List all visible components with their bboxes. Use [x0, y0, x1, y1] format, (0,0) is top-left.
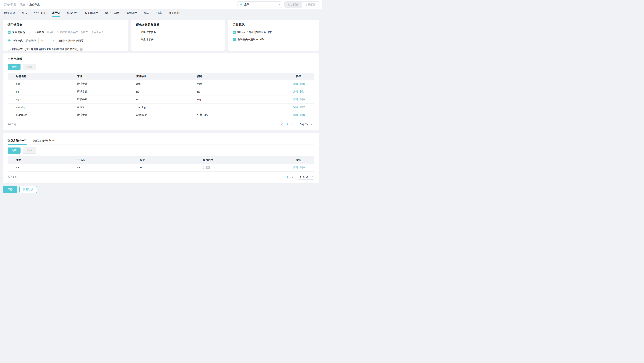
append-traceid-log-checkbox[interactable]	[233, 31, 236, 34]
threshold-mode-radio[interactable]	[8, 48, 10, 51]
prev-page-button[interactable]	[280, 174, 285, 179]
delete-link[interactable]: 删除	[300, 113, 305, 117]
breadcrumb-item-deploy-settings[interactable]: 部署&设置	[4, 3, 16, 6]
default-config-button[interactable]: 默认配置	[284, 2, 302, 8]
delete-tag-button[interactable]: 删除	[23, 64, 36, 70]
next-page-button[interactable]	[290, 122, 295, 127]
cell-name: ordernum	[16, 111, 77, 119]
save-button[interactable]: 保存	[3, 186, 17, 193]
smart-mode-hint: (按业务吞吐智能调节)	[59, 39, 84, 42]
collect-stack-hint: 开启后，对系统资源消耗占比会增加，谨慎开启！	[47, 31, 104, 34]
edit-link[interactable]: 编辑	[293, 113, 298, 117]
col-header-field: 关联字段	[136, 73, 197, 80]
info-icon[interactable]: i	[80, 48, 83, 51]
smart-mode-radio[interactable]	[8, 39, 10, 42]
edit-link[interactable]: 编辑	[293, 166, 298, 169]
cell-name: x-real-ip	[16, 103, 77, 111]
delete-link[interactable]: 删除	[300, 98, 305, 101]
delete-link[interactable]: 删除	[300, 90, 305, 93]
delete-link[interactable]: 删除	[300, 82, 305, 86]
total-count: 共有1条	[8, 175, 17, 178]
restore-default-button[interactable]: 恢复默认	[20, 186, 37, 193]
tab-hot-methods-java[interactable]: 热点方法-JAVA	[8, 137, 26, 144]
delete-link[interactable]: 删除	[300, 106, 305, 109]
select-all-checkbox[interactable]	[8, 75, 8, 78]
tab-database-calls[interactable]: 数据库调用	[84, 9, 98, 17]
collect-request-params-checkbox[interactable]	[136, 31, 139, 34]
breadcrumb-item-settings[interactable]: 设置	[20, 3, 25, 6]
custom-tags-title: 自定义标签	[8, 57, 314, 61]
main-tabbar: 健康评分 服务 业务接口 调用链 全栈快照 数据库调用 NoSQL调用 远程调用…	[0, 9, 322, 17]
cell-desc: --	[140, 164, 203, 172]
collect-stack-checkbox[interactable]	[29, 31, 32, 34]
association-row-1: 将traceID自动追加至应用日志	[233, 31, 314, 34]
tab-remote-calls[interactable]: 远程调用	[126, 9, 137, 17]
next-page-button[interactable]	[290, 174, 295, 179]
tab-protection[interactable]: 保护机制	[168, 9, 180, 17]
table-row: nggt 请求参数 nt ntg 编辑删除	[8, 96, 314, 103]
add-method-button[interactable]: 新增	[8, 148, 20, 154]
edit-link[interactable]: 编辑	[293, 82, 298, 86]
hot-methods-toolbar: 新增 删除	[8, 148, 314, 154]
row-checkbox[interactable]	[8, 82, 8, 86]
col-header-desc: 描述	[197, 73, 283, 80]
table-row: x-real-ip 请求头 x-real-ip 编辑删除	[8, 103, 314, 111]
tab-business-api[interactable]: 业务接口	[34, 9, 45, 17]
chevron-down-icon	[54, 40, 55, 42]
col-header-class: 类名	[16, 156, 77, 164]
intensity-select[interactable]: 中	[38, 38, 57, 44]
col-header-name: 标签名称	[16, 73, 77, 80]
add-tag-button[interactable]: 新增	[8, 64, 20, 70]
cell-desc	[197, 103, 283, 111]
row-checkbox[interactable]	[8, 106, 8, 109]
collect-request-headers-checkbox[interactable]	[136, 38, 139, 41]
table-header-row: 标签名称 来源 关联字段 描述 操作	[8, 73, 314, 80]
delete-method-button[interactable]: 删除	[23, 148, 36, 154]
tab-nosql-calls[interactable]: NoSQL调用	[105, 9, 120, 17]
col-header-enabled: 是否启用	[203, 156, 283, 164]
delete-link[interactable]: 删除	[300, 166, 305, 169]
tab-errors[interactable]: 错误	[144, 9, 150, 17]
row-checkbox[interactable]	[8, 166, 8, 169]
topbar-right: ⚙ 全局 默认配置 单独配置	[238, 2, 319, 8]
row-checkbox[interactable]	[8, 90, 8, 93]
tab-fullstack-snapshot[interactable]: 全栈快照	[67, 9, 78, 17]
separate-config-button[interactable]: 单独配置	[302, 2, 319, 8]
page-size-select[interactable]: 5 条/页	[298, 174, 314, 180]
collect-request-headers-label: 采集请求头	[141, 38, 154, 41]
append-traceid-header-checkbox[interactable]	[233, 38, 236, 41]
cell-field: ordernum	[136, 111, 197, 119]
panel-title: 调用链采集	[8, 23, 124, 27]
edit-link[interactable]: 编辑	[293, 98, 298, 101]
prev-page-button[interactable]	[280, 122, 285, 127]
row-checkbox[interactable]	[8, 113, 8, 117]
tab-services[interactable]: 服务	[22, 9, 27, 17]
panel-trace-collection: 调用链采集 采集调用链 采集堆栈 开启后，对系统资源消耗占比会增加，谨慎开启！ …	[3, 20, 128, 51]
scope-select[interactable]: ⚙ 全局	[238, 2, 282, 8]
edit-link[interactable]: 编辑	[293, 106, 298, 109]
panel-title: 请求参数采集设置	[136, 23, 220, 27]
collect-request-params-label: 采集请求参数	[141, 31, 156, 34]
custom-tags-toolbar: 新增 删除	[8, 64, 314, 70]
topbar: 部署&设置 / 设置 / 业务采集 ⚙ 全局 默认配置 单独配置	[0, 0, 322, 9]
tab-trace[interactable]: 调用链	[52, 9, 60, 17]
select-all-checkbox[interactable]	[8, 158, 8, 162]
row-checkbox[interactable]	[8, 98, 8, 101]
tab-logs[interactable]: 日志	[156, 9, 162, 17]
cell-field: ng	[136, 88, 197, 96]
tab-health-score[interactable]: 健康评分	[4, 9, 15, 17]
total-count: 共有5条	[8, 123, 17, 126]
tab-hot-methods-python[interactable]: 热点方法-Python	[33, 137, 54, 144]
intensity-label: 采集强度	[26, 39, 36, 42]
threshold-mode-label: 阈值模式	[12, 48, 22, 51]
page-size-select[interactable]: 5 条/页	[298, 122, 314, 127]
cell-desc: vgfd	[197, 80, 283, 88]
enabled-toggle[interactable]: 关	[203, 166, 210, 169]
cell-source: 请求参数	[77, 80, 136, 88]
collect-trace-checkbox[interactable]	[8, 31, 10, 34]
append-traceid-header-label: 在响应头中追加traceID	[237, 38, 264, 41]
edit-link[interactable]: 编辑	[293, 90, 298, 93]
collect-trace-label: 采集调用链	[12, 31, 25, 34]
page-number[interactable]: 1	[287, 123, 288, 126]
page-number[interactable]: 1	[287, 176, 288, 178]
